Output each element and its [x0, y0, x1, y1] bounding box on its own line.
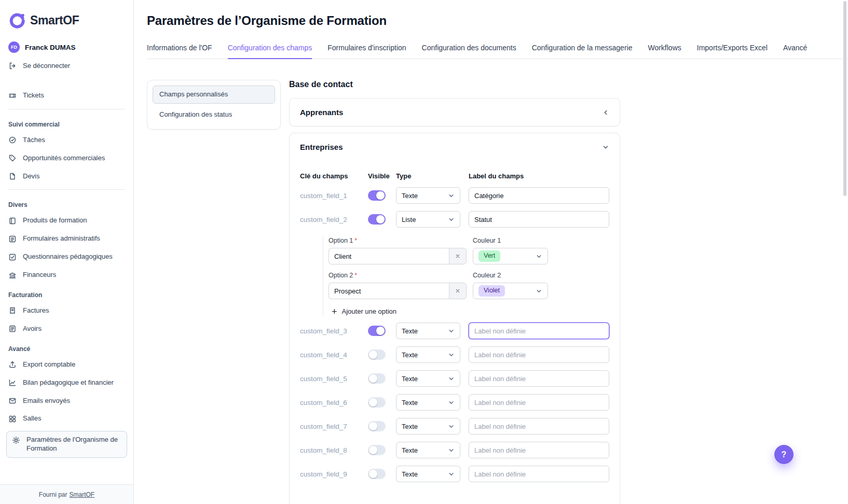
list-options-editor: Option 1* Couleur 1 Vert Option 2*	[323, 236, 609, 315]
x-icon	[455, 253, 461, 259]
color-label: Couleur 2	[473, 272, 548, 279]
visible-toggle-custom_field_1[interactable]	[368, 190, 386, 201]
chevron-down-icon	[448, 423, 455, 430]
sidebar-item-export-comptable[interactable]: Export comptable	[0, 356, 133, 374]
bank-icon	[8, 271, 17, 279]
accordion-entreprises: Entreprises Clé du champs Visible Type L…	[289, 133, 620, 504]
color-badge: Violet	[478, 285, 505, 297]
sidebar-item-opportunites-commerciales[interactable]: Opportunités commerciales	[0, 149, 133, 167]
tab-imports-exports-excel[interactable]: Imports/Exports Excel	[697, 44, 768, 59]
help-button[interactable]: ?	[774, 445, 794, 464]
accordion-apprenants[interactable]: Apprenants	[289, 98, 620, 127]
remove-option-button[interactable]	[449, 283, 467, 299]
tab-configuration-des-documents[interactable]: Configuration des documents	[422, 44, 516, 59]
required-mark: *	[354, 237, 357, 244]
tab-workflows[interactable]: Workflows	[648, 44, 681, 59]
type-select-custom_field_4[interactable]: Texte	[396, 346, 460, 363]
type-select-custom_field_2[interactable]: Liste	[396, 211, 460, 228]
chevron-left-icon	[602, 109, 609, 116]
main-content: Paramètres de l’Organisme de Formation I…	[134, 0, 848, 504]
document-icon	[8, 172, 17, 180]
option-value-input-1[interactable]	[329, 248, 449, 264]
type-select-custom_field_3[interactable]: Texte	[396, 323, 460, 339]
visible-toggle-custom_field_5[interactable]	[368, 373, 386, 384]
label-input-custom_field_1[interactable]	[469, 187, 609, 204]
sidebar-item-financeurs[interactable]: Financeurs	[0, 266, 133, 284]
field-row: custom_field_5 Texte	[300, 370, 609, 387]
type-select-custom_field_1[interactable]: Texte	[396, 187, 460, 204]
field-row: custom_field_9 Texte	[300, 466, 609, 482]
label-input-custom_field_3[interactable]	[469, 323, 609, 339]
sidebar-item-parametres-de-l-organisme-de-formation[interactable]: Paramètres de l'Organisme de Formation	[6, 431, 127, 458]
chevron-down-icon	[448, 471, 455, 478]
visible-toggle-custom_field_8[interactable]	[368, 445, 386, 455]
type-select-custom_field_5[interactable]: Texte	[396, 370, 460, 387]
sidebar-item-produits-de-formation[interactable]: Produits de formation	[0, 212, 133, 230]
checklist-icon	[8, 253, 17, 261]
chevron-down-icon	[448, 216, 455, 223]
sidebar-item-salles[interactable]: Salles	[0, 410, 133, 428]
chevron-down-icon	[448, 399, 455, 406]
visible-toggle-custom_field_9[interactable]	[368, 469, 386, 479]
field-key: custom_field_8	[300, 446, 368, 454]
type-select-custom_field_8[interactable]: Texte	[396, 442, 460, 458]
option-value-input-2[interactable]	[329, 283, 449, 299]
option-label: Option 2*	[329, 272, 467, 279]
add-option-button[interactable]: + Ajouter une option	[332, 307, 609, 315]
sidebar-divider	[8, 189, 125, 190]
field-row: custom_field_7 Texte	[300, 418, 609, 435]
visible-toggle-custom_field_3[interactable]	[368, 326, 386, 336]
smartof-logo-icon	[8, 11, 26, 29]
sidebar-item-emails-envoyes[interactable]: Emails envoyés	[0, 392, 133, 410]
type-select-custom_field_7[interactable]: Texte	[396, 418, 460, 435]
field-key: custom_field_1	[300, 192, 368, 200]
tab-formulaires-d-inscription[interactable]: Formulaires d'inscription	[327, 44, 406, 59]
sidebar-section-title-avance: Avancé	[0, 338, 133, 356]
app-root: SmartOF FD Franck DUMAS Se déconnecter T…	[0, 0, 848, 504]
invoice-icon	[8, 306, 17, 315]
visible-toggle-custom_field_2[interactable]	[368, 214, 386, 225]
tab-configuration-des-champs[interactable]: Configuration des champs	[228, 44, 312, 59]
sidebar-item-taches[interactable]: Tâches	[0, 131, 133, 149]
tasks-icon	[8, 136, 17, 144]
smartof-footer-link[interactable]: SmartOF	[70, 491, 95, 498]
accordion-entreprises-header[interactable]: Entreprises	[300, 143, 609, 151]
subnav-item-champs-personnalises[interactable]: Champs personnalisés	[153, 86, 275, 104]
label-input-custom_field_4[interactable]	[469, 346, 609, 363]
label-input-custom_field_8[interactable]	[469, 442, 609, 458]
sidebar-item-tickets[interactable]: Tickets	[0, 87, 133, 105]
sidebar-item-avoirs[interactable]: Avoirs	[0, 320, 133, 338]
visible-toggle-custom_field_4[interactable]	[368, 349, 386, 360]
logout-button[interactable]: Se déconnecter	[0, 57, 133, 75]
tab-configuration-de-la-messagerie[interactable]: Configuration de la messagerie	[532, 44, 633, 59]
tab-informations-de-l-of[interactable]: Informations de l'OF	[147, 44, 212, 59]
visible-toggle-custom_field_7[interactable]	[368, 421, 386, 431]
remove-option-button[interactable]	[449, 248, 467, 264]
label-input-custom_field_9[interactable]	[469, 466, 609, 482]
fields-table-header: Clé du champs Visible Type Label du cham…	[300, 172, 609, 180]
sidebar-section-title-divers: Divers	[0, 194, 133, 212]
visible-toggle-custom_field_6[interactable]	[368, 397, 386, 408]
tab-avance[interactable]: Avancé	[783, 44, 807, 59]
label-input-custom_field_6[interactable]	[469, 394, 609, 411]
label-input-custom_field_2[interactable]	[469, 211, 609, 228]
color-badge: Vert	[478, 250, 500, 262]
scrollbar-thumb[interactable]	[843, 1, 846, 196]
sidebar-item-factures[interactable]: Factures	[0, 302, 133, 320]
sidebar-item-questionnaires-pedagogiques[interactable]: Questionnaires pédagogiques	[0, 248, 133, 266]
color-select-1[interactable]: Vert	[473, 248, 548, 264]
label-input-custom_field_7[interactable]	[469, 418, 609, 435]
sidebar-item-devis[interactable]: Devis	[0, 167, 133, 186]
type-select-custom_field_6[interactable]: Texte	[396, 394, 460, 411]
label-input-custom_field_5[interactable]	[469, 370, 609, 387]
plus-icon: +	[332, 308, 337, 315]
subnav-item-configuration-des-status[interactable]: Configuration des status	[153, 106, 275, 124]
color-select-2[interactable]: Violet	[473, 283, 548, 299]
sidebar-item-bilan-pedagogique-et-financier[interactable]: Bilan pédagogique et financier	[0, 374, 133, 392]
color-label: Couleur 1	[473, 237, 548, 244]
option-row: Option 2* Couleur 2 Violet	[329, 271, 609, 299]
sidebar-item-formulaires-administratifs[interactable]: Formulaires administratifs	[0, 230, 133, 248]
export-icon	[8, 360, 17, 369]
chart-icon	[8, 379, 17, 387]
type-select-custom_field_9[interactable]: Texte	[396, 466, 460, 482]
